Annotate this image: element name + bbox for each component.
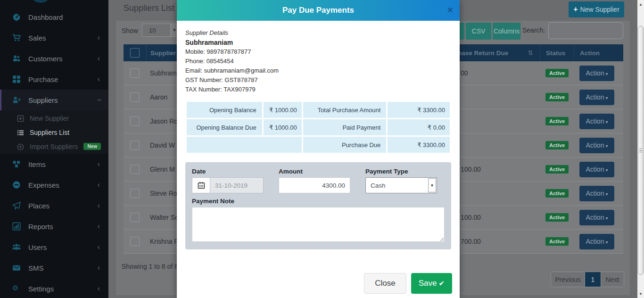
- payment-type-value: Cash: [366, 182, 428, 189]
- payment-type-select[interactable]: Cash ▼: [365, 177, 437, 193]
- summary-value: ₹ 3300.00: [387, 136, 451, 154]
- scrollbar-grip: [639, 149, 642, 152]
- summary-value: ₹ 1000.00: [263, 101, 302, 119]
- summary-value: ₹ 1000.00: [263, 119, 302, 136]
- payment-note-textarea[interactable]: [192, 207, 445, 242]
- modal-title: Pay Due Payments: [282, 6, 354, 15]
- save-label: Save: [419, 279, 437, 288]
- summary-label: Total Purchase Amount: [302, 101, 387, 119]
- modal-footer: Close Save ✔: [364, 273, 452, 294]
- supplier-gst-text: GST Number: GST878787: [185, 75, 451, 85]
- supplier-email-text: Email: subhramaniam@gmail.com: [185, 66, 451, 75]
- supplier-name-text: Subhramaniam: [185, 38, 451, 47]
- modal-header: Pay Due Payments ×: [177, 0, 460, 21]
- app-window: Dashboard Sales ‹ Customers ‹ P: [0, 0, 644, 298]
- pay-due-payments-modal: Pay Due Payments × Supplier Details Subh…: [177, 0, 460, 298]
- summary-label: Opening Balance Due: [186, 119, 263, 136]
- supplier-tax-text: TAX Number: TAX907979: [185, 85, 451, 94]
- payment-type-label: Payment Type: [365, 168, 437, 175]
- summary-label: Paid Payment: [302, 119, 387, 136]
- supplier-details-heading: Supplier Details: [185, 28, 451, 38]
- payment-form-panel: Date Amount Payment Type: [185, 162, 451, 249]
- amount-input[interactable]: [279, 177, 350, 193]
- supplier-mobile-text: Mobile: 9897878787877: [185, 47, 451, 57]
- amount-label: Amount: [279, 168, 350, 175]
- check-icon: ✔: [438, 279, 445, 288]
- window-scrollbar[interactable]: ▲ ▼: [637, 0, 644, 298]
- supplier-phone-text: Phone: 08545454: [185, 57, 451, 66]
- select-arrow-icon: ▼: [428, 178, 436, 192]
- close-button[interactable]: Close: [364, 273, 406, 294]
- summary-empty-cell: [186, 136, 303, 154]
- scroll-down-arrow-icon[interactable]: ▼: [637, 290, 644, 297]
- modal-body: Supplier Details Subhramaniam Mobile: 98…: [177, 21, 460, 249]
- summary-label: Opening Balance: [186, 101, 263, 119]
- date-label: Date: [192, 168, 264, 175]
- scrollbar-thumb[interactable]: [638, 26, 644, 275]
- close-icon[interactable]: ×: [447, 5, 453, 15]
- summary-label: Purchase Due: [302, 136, 387, 154]
- summary-value: ₹ 0.00: [387, 119, 451, 136]
- calendar-icon[interactable]: [192, 177, 210, 193]
- payment-note-label: Payment Note: [192, 198, 445, 205]
- scroll-up-arrow-icon[interactable]: ▲: [637, 1, 644, 8]
- summary-value: ₹ 3300.00: [387, 101, 451, 119]
- balance-summary-table: Opening Balance ₹ 1000.00 Total Purchase…: [185, 100, 451, 154]
- save-button[interactable]: Save ✔: [411, 273, 452, 294]
- date-input[interactable]: [210, 177, 264, 193]
